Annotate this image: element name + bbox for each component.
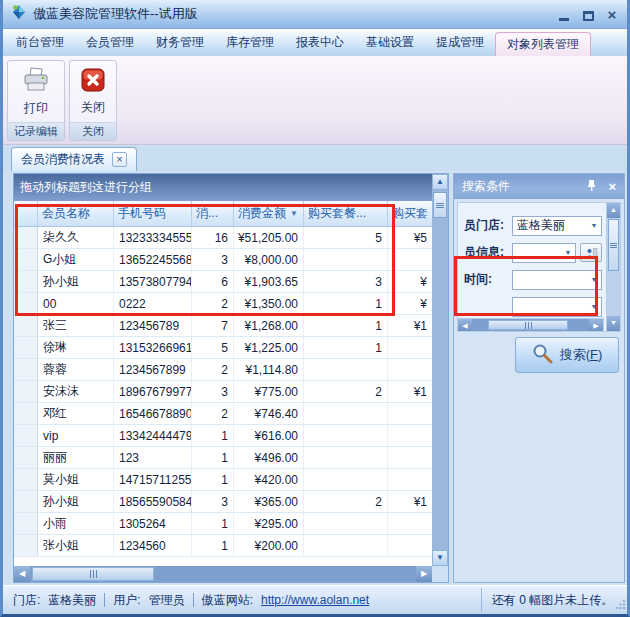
table-cell: 1234567899 — [114, 359, 192, 380]
table-cell: 13342444479 — [114, 425, 192, 446]
close-view-button-label: 关闭 — [81, 99, 105, 116]
table-cell: 1 — [192, 513, 234, 534]
table-row[interactable]: vip133424444791¥616.00 — [14, 425, 432, 447]
table-cell: vip — [38, 425, 114, 446]
table-cell: 2 — [192, 359, 234, 380]
search-button[interactable]: 搜索(F) — [515, 337, 619, 373]
scroll-right-icon[interactable]: ▶ — [416, 566, 432, 582]
menu-item-5[interactable]: 报表中心 — [285, 29, 355, 56]
table-cell: ¥1,114.80 — [234, 359, 304, 380]
table-row[interactable]: 邓红165466788902¥746.40 — [14, 403, 432, 425]
table-cell: 13153266961 — [114, 337, 192, 358]
scrollbar-corner — [432, 566, 448, 582]
scrollbar-thumb[interactable] — [608, 219, 619, 271]
panel-horizontal-scrollbar[interactable]: ◀ ▶ — [457, 318, 604, 332]
store-label: 门店: — [13, 592, 40, 609]
row-indicator — [14, 359, 38, 380]
table-cell: 18967679977 — [114, 381, 192, 402]
menu-item-3[interactable]: 财务管理 — [145, 29, 215, 56]
table-cell: 5 — [192, 337, 234, 358]
table-cell — [388, 403, 432, 424]
app-window: 傲蓝美容院管理软件--试用版 × 前台管理会员管理财务管理库存管理报表中心基础设… — [0, 0, 630, 617]
menu-item-6[interactable]: 基础设置 — [355, 29, 425, 56]
table-cell — [304, 469, 388, 490]
table-row[interactable]: 安沫沫189676799773¥775.002¥1 — [14, 381, 432, 403]
grid-vertical-scrollbar[interactable]: ▲ ▼ — [432, 174, 448, 566]
table-cell: ¥616.00 — [234, 425, 304, 446]
menu-item-8[interactable]: 对象列表管理 — [495, 32, 591, 56]
window-title: 傲蓝美容院管理软件--试用版 — [33, 5, 198, 23]
panel-vertical-scrollbar[interactable]: ▲ ▼ — [606, 202, 621, 332]
scroll-left-icon[interactable]: ◀ — [458, 319, 472, 331]
table-cell: 孙小姐 — [38, 491, 114, 512]
tab-member-consumption[interactable]: 会员消费情况表 × — [11, 147, 137, 171]
minimize-button[interactable] — [557, 8, 571, 21]
document-tab-bar: 会员消费情况表 × — [3, 145, 627, 171]
scroll-left-icon[interactable]: ◀ — [14, 566, 30, 582]
scroll-down-icon[interactable]: ▼ — [432, 550, 448, 566]
table-cell: 123456789 — [114, 315, 192, 336]
table-row[interactable]: 小雨13052641¥295.00 — [14, 513, 432, 535]
table-cell: ¥200.00 — [234, 535, 304, 556]
table-cell — [304, 535, 388, 556]
scroll-up-icon[interactable]: ▲ — [607, 203, 620, 218]
scrollbar-thumb[interactable] — [488, 320, 568, 330]
status-divider — [104, 593, 105, 607]
table-row[interactable]: 蓉蓉12345678992¥1,114.80 — [14, 359, 432, 381]
scroll-right-icon[interactable]: ▶ — [589, 319, 603, 331]
table-cell: 16546678890 — [114, 403, 192, 424]
table-cell: 丽丽 — [38, 447, 114, 468]
table-row[interactable]: 张三1234567897¥1,268.001¥1 — [14, 315, 432, 337]
table-cell: ¥420.00 — [234, 469, 304, 490]
row-indicator — [14, 315, 38, 336]
field-label: 员门店: — [464, 217, 508, 234]
panel-close-icon[interactable]: × — [608, 181, 616, 193]
pin-icon[interactable] — [587, 179, 596, 195]
scrollbar-thumb[interactable] — [433, 192, 447, 218]
close-button[interactable]: × — [605, 8, 619, 21]
tab-close-icon[interactable]: × — [112, 152, 127, 167]
chevron-down-icon[interactable]: ▼ — [561, 249, 575, 256]
resize-grip[interactable] — [615, 599, 626, 613]
scroll-up-icon[interactable]: ▲ — [432, 174, 448, 190]
row-indicator — [14, 513, 38, 534]
table-row[interactable]: 丽丽1231¥496.00 — [14, 447, 432, 469]
table-row[interactable]: 莫小姐147157112551¥420.00 — [14, 469, 432, 491]
menu-item-2[interactable]: 会员管理 — [75, 29, 145, 56]
table-cell: 1 — [192, 469, 234, 490]
table-cell: ¥775.00 — [234, 381, 304, 402]
table-cell: 蓉蓉 — [38, 359, 114, 380]
scrollbar-thumb[interactable] — [32, 567, 154, 581]
group-by-bar[interactable]: 拖动列标题到这进行分组 — [14, 174, 432, 201]
chevron-down-icon[interactable]: ▼ — [587, 222, 601, 229]
print-button[interactable]: 打印 — [8, 61, 64, 122]
ribbon-group-record-edit: 打印 记录编辑 — [7, 60, 65, 141]
table-row[interactable]: 张小姐12345601¥200.00 — [14, 535, 432, 557]
maximize-button[interactable] — [581, 8, 595, 21]
menu-item-1[interactable]: 前台管理 — [5, 29, 75, 56]
status-divider — [193, 593, 194, 607]
website-link[interactable]: http://www.aolan.net — [261, 593, 369, 607]
table-row[interactable]: 孙小姐185655905843¥365.002¥1 — [14, 491, 432, 513]
table-cell: 1 — [304, 315, 388, 336]
table-cell — [388, 337, 432, 358]
table-row[interactable]: 徐琳131532669615¥1,225.001 — [14, 337, 432, 359]
table-cell — [388, 447, 432, 468]
dropdown-1[interactable]: 蓝格美丽▼ — [512, 216, 602, 236]
table-cell: ¥295.00 — [234, 513, 304, 534]
table-cell: 1 — [192, 425, 234, 446]
menu-item-7[interactable]: 提成管理 — [425, 29, 495, 56]
upload-status-text: 还有 0 幅图片未上传。 — [492, 592, 613, 609]
user-label: 用户: — [113, 592, 140, 609]
menu-item-4[interactable]: 库存管理 — [215, 29, 285, 56]
scroll-down-icon[interactable]: ▼ — [607, 316, 620, 331]
table-cell: 邓红 — [38, 403, 114, 424]
table-cell: 安沫沫 — [38, 381, 114, 402]
table-cell: 7 — [192, 315, 234, 336]
close-view-button[interactable]: 关闭 — [70, 61, 116, 122]
search-conditions-panel: 搜索条件 × 员门店:蓝格美丽▼员信息:▼时间:▼▼ ▲ ▼ ◀ ▶ — [453, 173, 625, 583]
grid-horizontal-scrollbar[interactable]: ◀ ▶ — [14, 566, 432, 582]
tab-label: 会员消费情况表 — [21, 151, 105, 168]
user-value: 管理员 — [149, 592, 185, 609]
table-cell: 3 — [192, 381, 234, 402]
